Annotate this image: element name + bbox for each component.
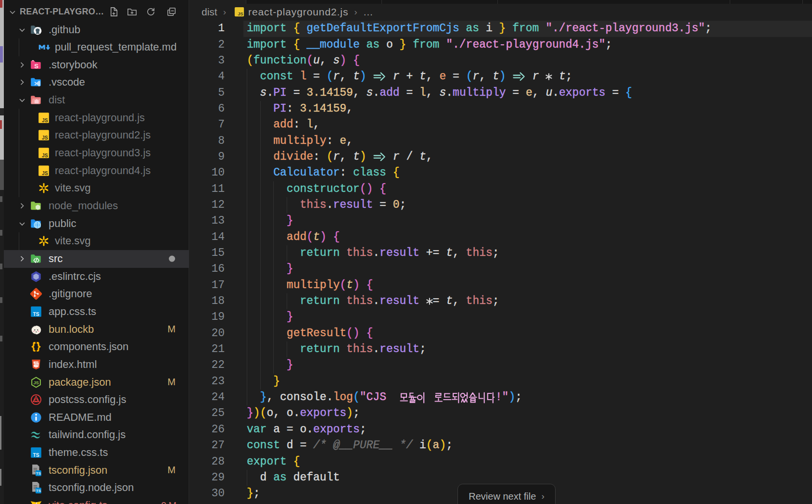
- svg-text:TS: TS: [36, 471, 41, 476]
- svg-text:JS: JS: [42, 118, 48, 123]
- svg-text:JS: JS: [42, 136, 48, 141]
- svg-text:JS: JS: [33, 380, 38, 385]
- svg-text:JS: JS: [42, 171, 48, 176]
- svg-text:TS: TS: [36, 489, 41, 493]
- svg-text:JS: JS: [238, 12, 243, 16]
- svg-text:S: S: [34, 63, 38, 70]
- svg-text:JS: JS: [42, 153, 48, 158]
- svg-text:TS: TS: [33, 312, 39, 317]
- svg-text:TS: TS: [33, 453, 39, 458]
